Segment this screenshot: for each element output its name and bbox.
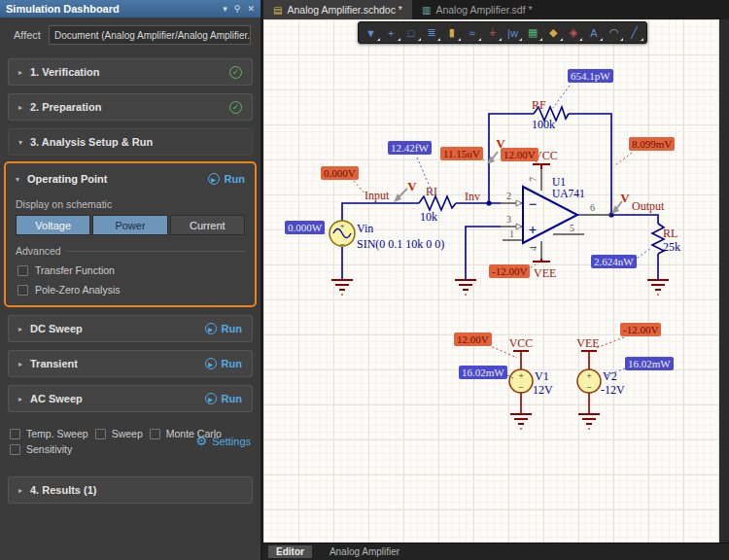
- badge-rf-power[interactable]: 654.1pW: [568, 69, 613, 83]
- ac-sweep-run-button[interactable]: ▶ Run: [205, 393, 242, 404]
- temp-sweep-option[interactable]: Temp. Sweep: [10, 428, 88, 439]
- segment-voltage[interactable]: Voltage: [16, 215, 90, 235]
- move-icon[interactable]: +: [381, 23, 401, 42]
- panel-menu-icon[interactable]: ▾: [223, 4, 227, 14]
- arc-icon[interactable]: ◠: [604, 23, 624, 42]
- badge-rl-power[interactable]: 2.624nW: [591, 255, 637, 268]
- section-ac-sweep[interactable]: ▸ AC Sweep ▶ Run: [8, 385, 253, 412]
- place-ic-icon[interactable]: ▦: [523, 23, 543, 42]
- section-transient[interactable]: ▸ Transient ▶ Run: [8, 350, 253, 377]
- badge-vee-voltage[interactable]: -12.00V: [489, 264, 530, 278]
- sensitivity-option[interactable]: Sensitivity: [10, 443, 72, 455]
- net-label-icon[interactable]: ◆: [543, 23, 564, 42]
- section-preparation[interactable]: ▸ 2. Preparation ✓: [8, 93, 253, 121]
- sweep-option[interactable]: Sweep: [95, 428, 143, 439]
- rf-value[interactable]: 100k: [532, 118, 555, 131]
- bottom-tab-editor[interactable]: Editor: [268, 545, 312, 558]
- text-icon[interactable]: A: [583, 23, 604, 42]
- badge-v2-power[interactable]: 16.02mW: [625, 357, 674, 370]
- badge-ri-power[interactable]: 12.42fW: [388, 141, 432, 155]
- badge-vin-power[interactable]: 0.000W: [285, 221, 325, 234]
- tab-sdf[interactable]: ▥ Analog Amplifier.sdf *: [412, 0, 542, 19]
- operating-point-header[interactable]: ▾ Operating Point ▶ Run: [14, 167, 247, 191]
- power-port-icon[interactable]: ⏚: [482, 23, 503, 42]
- pole-zero-label: Pole-Zero Analysis: [35, 284, 121, 296]
- affect-dropdown[interactable]: Document (Analog Amplifier/Analog Amplif…: [49, 25, 251, 45]
- affect-row: Affect Document (Analog Amplifier/Analog…: [0, 18, 260, 51]
- play-icon: ▶: [205, 323, 217, 334]
- ground-symbols[interactable]: [331, 280, 669, 429]
- v1-plus: +: [518, 370, 524, 381]
- operating-point-title: Operating Point: [27, 173, 108, 185]
- rf-ref[interactable]: RF: [532, 98, 546, 112]
- pole-zero-checkbox-row[interactable]: Pole-Zero Analysis: [17, 284, 245, 296]
- badge-vcc-voltage[interactable]: 12.00V: [501, 148, 538, 161]
- tab-sdf-label: Analog Amplifier.sdf *: [435, 4, 532, 16]
- rl-value[interactable]: 25k: [663, 240, 680, 254]
- temp-sweep-label: Temp. Sweep: [26, 428, 88, 439]
- probe-output[interactable]: V: [611, 191, 630, 214]
- filter-icon[interactable]: ▼: [361, 23, 381, 42]
- panel-close-icon[interactable]: ✕: [247, 4, 255, 14]
- section-verification[interactable]: ▸ 1. Verification ✓: [8, 58, 253, 86]
- place-part-icon[interactable]: ▮: [441, 23, 462, 42]
- resistor-ri[interactable]: [419, 196, 456, 210]
- tab-schdoc-label: Analog Amplifier.schdoc *: [287, 4, 401, 16]
- segment-power[interactable]: Power: [92, 215, 167, 235]
- settings-button[interactable]: ⚙ Settings: [196, 434, 251, 448]
- align-icon[interactable]: ≣: [422, 23, 442, 42]
- transient-run-button[interactable]: ▶ Run: [205, 358, 242, 369]
- net-label-output[interactable]: Output: [632, 199, 665, 213]
- net-label-inv[interactable]: Inv: [465, 190, 480, 203]
- source-v1[interactable]: VCC + − V1 12V: [509, 336, 553, 414]
- badge-v1-voltage[interactable]: 12.00V: [454, 332, 492, 346]
- u1-ref: U1: [552, 176, 566, 188]
- chevron-right-icon: ▸: [18, 360, 30, 368]
- monte-carlo-checkbox[interactable]: [150, 429, 160, 439]
- sensitivity-checkbox[interactable]: [10, 444, 20, 455]
- temp-sweep-checkbox[interactable]: [10, 429, 20, 439]
- segment-current[interactable]: Current: [170, 215, 245, 235]
- badge-output-voltage[interactable]: 8.099mV: [629, 137, 675, 151]
- advanced-label: Advanced: [16, 245, 61, 257]
- badge-v1-power[interactable]: 16.02mW: [459, 366, 507, 379]
- no-erc-icon[interactable]: ◈: [564, 23, 584, 42]
- advanced-row: Advanced: [16, 245, 245, 257]
- source-vin[interactable]: + − Vin SIN(0 0.1 10k 0 0): [330, 221, 444, 251]
- sweep-label: Sweep: [112, 428, 143, 439]
- opamp-u1[interactable]: − + U1 UA741 2 3 1 5 6 7 4: [501, 169, 611, 259]
- power-port-vee[interactable]: VEE: [533, 259, 556, 280]
- section-results[interactable]: ▸ 4. Results (1): [8, 476, 253, 504]
- line-icon[interactable]: ╱: [624, 23, 644, 42]
- operating-point-run-button[interactable]: ▶ Run: [208, 173, 245, 185]
- panel-pin-icon[interactable]: ⚲: [234, 4, 241, 14]
- section-analysis-setup[interactable]: ▾ 3. Analysis Setup & Run: [8, 128, 253, 156]
- section-dc-sweep[interactable]: ▸ DC Sweep ▶ Run: [8, 315, 253, 342]
- transfer-function-checkbox-row[interactable]: Transfer Function: [17, 264, 245, 276]
- probe-input[interactable]: V: [394, 179, 417, 202]
- dc-sweep-run-button[interactable]: ▶ Run: [205, 323, 242, 334]
- select-area-icon[interactable]: □: [401, 23, 422, 42]
- pole-zero-checkbox[interactable]: [17, 285, 28, 296]
- analysis-options: Temp. Sweep Sweep Monte Carlo Sensitivit…: [8, 420, 253, 463]
- net-label-input[interactable]: Input: [364, 189, 390, 202]
- schematic-canvas[interactable]: − + U1 UA741 2 3 1 5 6 7 4 VC: [263, 19, 719, 542]
- badge-inv-voltage[interactable]: 11.15uV: [440, 147, 483, 160]
- run-label: Run: [222, 358, 242, 369]
- place-wire-icon[interactable]: ≈: [462, 23, 482, 42]
- v1-vcc-label: VCC: [509, 336, 534, 350]
- badge-v2-voltage[interactable]: -12.00V: [620, 323, 661, 336]
- tab-schdoc[interactable]: ▤ Analog Amplifier.schdoc *: [263, 0, 412, 19]
- badge-input-voltage[interactable]: 0.000V: [321, 166, 359, 180]
- bottom-tab-document[interactable]: Analog Amplifier: [322, 545, 407, 558]
- chevron-right-icon: ▸: [18, 68, 30, 77]
- transfer-function-checkbox[interactable]: [17, 265, 28, 276]
- probe-icon[interactable]: |w: [503, 23, 523, 42]
- source-v2[interactable]: VEE + − V2 -12V: [576, 336, 625, 414]
- ri-value[interactable]: 10k: [420, 210, 437, 224]
- sweep-checkbox[interactable]: [95, 429, 106, 439]
- play-icon: ▶: [205, 393, 217, 404]
- rl-ref[interactable]: RL: [663, 227, 677, 240]
- sensitivity-label: Sensitivity: [26, 443, 72, 455]
- altium-window: Simulation Dashboard ▾ ⚲ ✕ Affect Docume…: [0, 0, 729, 560]
